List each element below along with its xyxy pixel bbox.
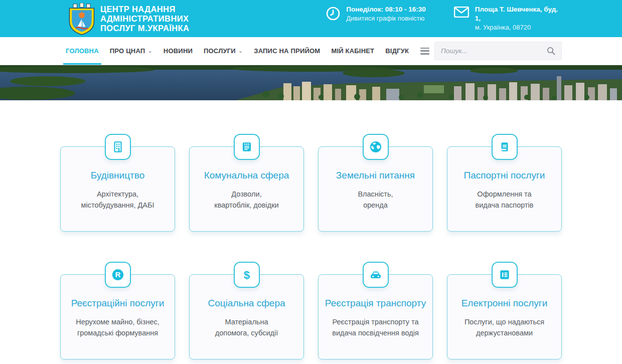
building-icon bbox=[105, 134, 131, 160]
search-input[interactable] bbox=[441, 47, 547, 55]
chevron-down-icon: ⌄ bbox=[238, 48, 243, 54]
address-line: Площа Т. Шевченка, буд. bbox=[475, 5, 558, 14]
card-subtitle: Нерухоме майно, бізнес,громадські формув… bbox=[61, 316, 175, 338]
envelope-icon bbox=[454, 7, 469, 18]
card-subtitle: Власність,оренда bbox=[319, 189, 432, 211]
service-card-passport: Паспортні послуги Оформлення тавидача па… bbox=[447, 134, 562, 232]
card-subtitle: Дозволи,квартоблік, довідки bbox=[190, 189, 303, 211]
clock-icon bbox=[326, 7, 340, 21]
list-icon bbox=[492, 262, 518, 288]
working-hours-text: Понеділок: 08:10 - 16:30 bbox=[346, 5, 426, 14]
top-header: ЦЕНТР НАДАННЯ АДМІНІСТРАТИВНИХ ПОСЛУГ М.… bbox=[0, 0, 622, 37]
nav-item-about[interactable]: ПРО ЦНАП ⌄ bbox=[104, 37, 158, 65]
service-card-construction: Будівництво Архітектура,містобудування, … bbox=[60, 134, 175, 232]
nav-item-appointment[interactable]: ЗАПИС НА ПРИЙОМ bbox=[248, 37, 326, 65]
globe-icon bbox=[363, 134, 389, 160]
site-title-line: ЦЕНТР НАДАННЯ bbox=[100, 5, 189, 14]
nav-label: ЗАПИС НА ПРИЙОМ bbox=[254, 47, 320, 55]
nav-label: НОВИНИ bbox=[164, 47, 193, 55]
nav-label: ВІДГУК bbox=[385, 47, 409, 55]
address-block: Площа Т. Шевченка, буд. 1, м. Українка, … bbox=[454, 5, 558, 32]
services-section: Будівництво Архітектура,містобудування, … bbox=[0, 100, 622, 359]
hamburger-menu-icon[interactable] bbox=[420, 48, 429, 55]
card-title: Реєстрація транспорту bbox=[319, 298, 432, 309]
nav-label: ПОСЛУГИ bbox=[204, 47, 236, 55]
nav-item-home[interactable]: ГОЛОВНА bbox=[60, 37, 104, 65]
card-title: Електронні послуги bbox=[447, 298, 561, 309]
card-subtitle: Оформлення тавидача паспортів bbox=[447, 189, 561, 211]
registered-icon: R bbox=[105, 262, 131, 288]
service-card-transport: Реєстрація транспорту Реєстрація транспо… bbox=[318, 262, 433, 359]
service-card-electronic: Електронні послуги Послуги, що надаються… bbox=[447, 262, 562, 359]
service-card-land: Земельні питання Власність,оренда bbox=[318, 134, 433, 232]
nav-item-services[interactable]: ПОСЛУГИ ⌄ bbox=[198, 37, 248, 65]
car-icon bbox=[363, 262, 389, 288]
dollar-icon: $ bbox=[234, 262, 260, 288]
site-title-line: ПОСЛУГ М.УКРАЇНКА bbox=[100, 24, 189, 33]
nav-item-cabinet[interactable]: МІЙ КАБІНЕТ bbox=[326, 37, 380, 65]
card-title: Комунальна сфера bbox=[190, 170, 303, 181]
nav-label: ГОЛОВНА bbox=[66, 47, 99, 55]
card-title: Реєстраційні послуги bbox=[61, 298, 175, 309]
book-icon bbox=[492, 134, 518, 160]
svg-text:R: R bbox=[115, 270, 120, 279]
chevron-down-icon: ⌄ bbox=[147, 48, 152, 54]
card-subtitle: Реєстрація транспорту тавидача посвідчен… bbox=[319, 316, 432, 338]
hero-cityscape-image bbox=[0, 65, 622, 100]
card-title: Земельні питання bbox=[319, 170, 432, 181]
card-subtitle: Архітектура,містобудування, ДАБІ bbox=[61, 189, 175, 211]
card-title: Паспортні послуги bbox=[447, 170, 561, 181]
working-hours-block: Понеділок: 08:10 - 16:30 Дивитися графік… bbox=[326, 5, 426, 23]
service-card-registration: R Реєстраційні послуги Нерухоме майно, б… bbox=[60, 262, 175, 359]
address-line: м. Українка, 08720 bbox=[475, 23, 558, 32]
card-subtitle: Послуги, що надаютьсядержустановами bbox=[447, 316, 561, 338]
search-icon[interactable] bbox=[547, 47, 555, 55]
site-title-line: АДМІНІСТРАТИВНИХ bbox=[100, 14, 189, 24]
card-title: Будівництво bbox=[61, 170, 175, 181]
card-subtitle: Матеріальнадопомога, субсидії bbox=[190, 316, 303, 338]
nav-label: ПРО ЦНАП bbox=[110, 47, 145, 55]
nav-item-news[interactable]: НОВИНИ bbox=[158, 37, 198, 65]
city-coat-of-arms-logo[interactable] bbox=[67, 3, 96, 36]
service-card-social: $ Соціальна сфера Матеріальнадопомога, с… bbox=[189, 262, 304, 359]
full-schedule-link[interactable]: Дивитися графік повністю bbox=[346, 14, 426, 23]
card-title: Соціальна сфера bbox=[190, 298, 303, 309]
search-box bbox=[434, 42, 562, 60]
main-navigation: ГОЛОВНА ПРО ЦНАП ⌄ НОВИНИ ПОСЛУГИ ⌄ ЗАПИ… bbox=[0, 37, 622, 65]
site-title: ЦЕНТР НАДАННЯ АДМІНІСТРАТИВНИХ ПОСЛУГ М.… bbox=[100, 5, 189, 33]
nav-label: МІЙ КАБІНЕТ bbox=[331, 47, 374, 55]
address-line: 1, bbox=[475, 14, 558, 23]
active-tab-indicator bbox=[63, 63, 101, 65]
svg-text:$: $ bbox=[243, 269, 250, 281]
service-card-communal: Комунальна сфера Дозволи,квартоблік, дов… bbox=[189, 134, 304, 232]
notepad-icon bbox=[234, 134, 260, 160]
nav-item-feedback[interactable]: ВІДГУК bbox=[380, 37, 414, 65]
